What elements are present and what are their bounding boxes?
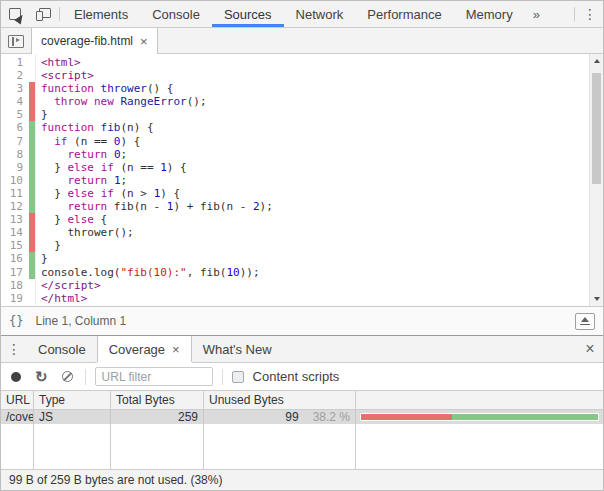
scrollbar-up-arrow-icon[interactable]	[590, 55, 603, 67]
code-line[interactable]: 14 thrower();	[1, 226, 589, 239]
line-number[interactable]: 14	[1, 226, 27, 239]
line-number[interactable]: 12	[1, 200, 27, 213]
empty-cell	[356, 424, 603, 469]
drawer-tab-console[interactable]: Console	[27, 336, 97, 362]
drawer-close-button[interactable]: ×	[577, 336, 603, 362]
code-line[interactable]: 2<script>	[1, 69, 589, 82]
code-token: ) {	[120, 135, 140, 148]
code-token	[94, 82, 101, 95]
code-token: }	[41, 187, 68, 200]
line-number[interactable]: 16	[1, 252, 27, 265]
coverage-row[interactable]: /coverage-fib.htmlJS2599938.2 %	[1, 410, 603, 424]
line-number[interactable]: 6	[1, 121, 27, 134]
file-tab-label: coverage-fib.html	[41, 34, 133, 48]
code-token: if	[101, 161, 114, 174]
scrollbar-thumb[interactable]	[592, 73, 601, 184]
file-tab-close-icon[interactable]: ×	[140, 35, 148, 48]
line-number[interactable]: 2	[1, 69, 27, 82]
content-scripts-checkbox[interactable]	[232, 371, 244, 383]
line-number[interactable]: 17	[1, 266, 27, 279]
code-line[interactable]: 3function thrower() {	[1, 82, 589, 95]
code-token	[94, 121, 101, 134]
code-line[interactable]: 5}	[1, 108, 589, 121]
line-number[interactable]: 19	[1, 292, 27, 305]
content-scripts-label: Content scripts	[253, 369, 340, 384]
line-number[interactable]: 4	[1, 95, 27, 108]
line-number[interactable]: 11	[1, 187, 27, 200]
code-line[interactable]: 6function fib(n) {	[1, 121, 589, 134]
line-number[interactable]: 8	[1, 148, 27, 161]
empty-cell	[34, 424, 111, 469]
devtools-menu-button[interactable]: ⋮	[577, 1, 603, 27]
line-number[interactable]: 10	[1, 174, 27, 187]
code-line[interactable]: 19</html>	[1, 292, 589, 305]
unused-percent-value: 38.2 %	[313, 410, 350, 424]
code-token: 1	[160, 161, 167, 174]
file-tab-coverage-fib[interactable]: coverage-fib.html ×	[31, 28, 158, 54]
code-area[interactable]: 1<html>2<script>3function thrower() {4 t…	[1, 54, 589, 306]
code-line[interactable]: 11 } else if (n > 1) {	[1, 187, 589, 200]
drawer-tab-label: Coverage	[109, 342, 165, 357]
code-line[interactable]: 13 } else {	[1, 213, 589, 226]
panel-tab-performance[interactable]: Performance	[355, 1, 453, 27]
url-filter-input[interactable]	[95, 367, 213, 386]
panel-tab-elements[interactable]: Elements	[62, 1, 140, 27]
code-line[interactable]: 9 } else if (n == 1) {	[1, 161, 589, 174]
record-coverage-button[interactable]	[11, 372, 21, 382]
drawer-tab-coverage[interactable]: Coverage×	[97, 336, 192, 362]
code-token: return	[68, 200, 108, 213]
reload-icon[interactable]: ↻	[35, 369, 48, 384]
code-token: <html>	[41, 56, 81, 69]
coverage-tab-close-icon[interactable]: ×	[172, 343, 180, 356]
empty-cell	[1, 424, 34, 469]
code-line[interactable]: 16}	[1, 252, 589, 265]
code-line[interactable]: 8 return 0;	[1, 148, 589, 161]
code-line[interactable]: 12 return fib(n - 1) + fib(n - 2);	[1, 200, 589, 213]
code-text: </script>	[35, 279, 101, 292]
line-number[interactable]: 3	[1, 82, 27, 95]
panel-tab-network[interactable]: Network	[284, 1, 356, 27]
line-number[interactable]: 9	[1, 161, 27, 174]
inspect-cursor-icon	[9, 8, 21, 20]
spacer	[283, 336, 577, 362]
code-text: return fib(n - 1) + fib(n - 2);	[35, 200, 273, 213]
line-number[interactable]: 18	[1, 279, 27, 292]
clear-coverage-icon[interactable]	[62, 371, 73, 382]
column-header-chart[interactable]	[356, 391, 603, 409]
panel-tab-sources[interactable]: Sources	[212, 1, 284, 27]
drawer-menu-button[interactable]: ⋮	[1, 336, 27, 362]
panel-tab-console[interactable]: Console	[140, 1, 212, 27]
editor-scrollbar[interactable]	[589, 54, 603, 306]
pretty-print-icon[interactable]: {}	[9, 314, 23, 328]
line-number[interactable]: 13	[1, 213, 27, 226]
code-line[interactable]: 10 return 1;	[1, 174, 589, 187]
line-number[interactable]: 5	[1, 108, 27, 121]
column-header-total-bytes[interactable]: Total Bytes	[111, 391, 204, 409]
code-token: ;	[121, 148, 128, 161]
unused-bar-segment	[361, 414, 452, 420]
code-token	[107, 148, 114, 161]
source-code-editor[interactable]: 1<html>2<script>3function thrower() {4 t…	[1, 54, 603, 306]
code-line[interactable]: 15 }	[1, 239, 589, 252]
drawer-tab-what-s-new[interactable]: What's New	[192, 336, 283, 362]
scrollbar-down-arrow-icon[interactable]	[590, 293, 603, 305]
line-number[interactable]: 7	[1, 135, 27, 148]
code-line[interactable]: 1<html>	[1, 56, 589, 69]
column-header-type[interactable]: Type	[34, 391, 111, 409]
code-line[interactable]: 7 if (n == 0) {	[1, 135, 589, 148]
code-line[interactable]: 18</script>	[1, 279, 589, 292]
device-toolbar-button[interactable]	[29, 1, 57, 27]
code-token: 0	[114, 148, 121, 161]
code-line[interactable]: 4 throw new RangeError();	[1, 95, 589, 108]
column-header-unused-bytes[interactable]: Unused Bytes	[204, 391, 356, 409]
inspect-element-button[interactable]	[1, 1, 29, 27]
expand-panel-button[interactable]	[575, 313, 595, 330]
line-number[interactable]: 15	[1, 239, 27, 252]
column-header-url[interactable]: URL	[1, 391, 34, 409]
code-token: <script>	[41, 69, 94, 82]
more-panels-button[interactable]: »	[525, 1, 548, 27]
show-navigator-button[interactable]	[1, 28, 31, 54]
code-line[interactable]: 17console.log("fib(10):", fib(10));	[1, 266, 589, 279]
line-number[interactable]: 1	[1, 56, 27, 69]
panel-tab-memory[interactable]: Memory	[454, 1, 525, 27]
